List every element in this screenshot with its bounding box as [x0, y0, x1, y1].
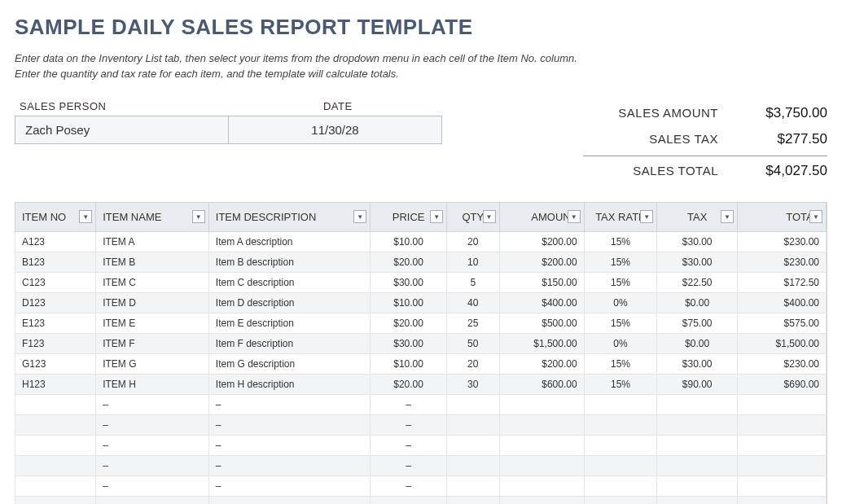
cell-amount[interactable]: $500.00 [499, 313, 584, 333]
cell-item-no[interactable] [15, 414, 96, 435]
cell-item-name[interactable]: ITEM B [96, 252, 209, 272]
cell-item-no[interactable] [15, 455, 96, 476]
cell-total[interactable]: $230.00 [738, 231, 827, 252]
cell-tax[interactable] [657, 394, 738, 414]
cell-item-no[interactable] [15, 394, 96, 414]
cell-item-name[interactable]: ITEM F [96, 333, 209, 353]
date-input[interactable]: 11/30/28 [228, 116, 441, 143]
cell-price[interactable]: – [371, 435, 447, 455]
cell-item-no[interactable]: D123 [15, 292, 96, 313]
cell-total[interactable]: $172.50 [738, 272, 827, 292]
cell-amount[interactable]: $200.00 [499, 231, 584, 252]
cell-qty[interactable]: 30 [447, 374, 499, 394]
cell-item-desc[interactable]: Item C description [208, 272, 370, 292]
sales-person-input[interactable]: Zach Posey [15, 116, 228, 143]
cell-item-desc[interactable]: – [208, 476, 370, 496]
cell-total[interactable]: $230.00 [738, 353, 827, 374]
cell-total[interactable] [738, 394, 827, 414]
cell-amount[interactable] [499, 476, 584, 496]
cell-total[interactable] [738, 496, 827, 504]
cell-item-name[interactable]: – [96, 455, 209, 476]
cell-item-name[interactable]: ITEM H [96, 374, 209, 394]
cell-tax-rate[interactable]: 0% [584, 292, 657, 313]
cell-item-no[interactable]: B123 [15, 252, 96, 272]
cell-tax[interactable]: $30.00 [657, 353, 738, 374]
cell-amount[interactable] [499, 455, 584, 476]
filter-button-amount[interactable]: ▼ [568, 210, 581, 223]
cell-total[interactable] [738, 476, 827, 496]
cell-price[interactable]: $20.00 [371, 313, 447, 333]
cell-qty[interactable]: 10 [447, 252, 499, 272]
cell-item-no[interactable]: C123 [15, 272, 96, 292]
cell-qty[interactable]: 20 [447, 353, 499, 374]
cell-total[interactable]: $690.00 [738, 374, 827, 394]
cell-price[interactable]: – [371, 394, 447, 414]
cell-qty[interactable]: 5 [447, 272, 499, 292]
cell-item-desc[interactable]: Item H description [208, 374, 370, 394]
cell-item-desc[interactable]: Item B description [208, 252, 370, 272]
cell-tax[interactable] [657, 414, 738, 435]
cell-item-no[interactable]: H123 [15, 374, 96, 394]
cell-item-name[interactable]: ITEM G [96, 353, 209, 374]
cell-amount[interactable] [499, 414, 584, 435]
cell-price[interactable]: – [371, 455, 447, 476]
cell-item-name[interactable]: ITEM D [96, 292, 209, 313]
filter-button-tax[interactable]: ▼ [721, 210, 734, 223]
cell-item-name[interactable]: – [96, 496, 209, 504]
cell-qty[interactable]: 25 [447, 313, 499, 333]
cell-item-name[interactable]: ITEM E [96, 313, 209, 333]
cell-qty[interactable]: 50 [447, 333, 499, 353]
cell-tax[interactable]: $30.00 [657, 252, 738, 272]
cell-amount[interactable]: $1,500.00 [499, 333, 584, 353]
cell-qty[interactable] [447, 455, 499, 476]
cell-item-name[interactable]: – [96, 394, 209, 414]
cell-tax-rate[interactable] [584, 455, 657, 476]
cell-item-no[interactable] [15, 435, 96, 455]
cell-item-desc[interactable]: Item D description [208, 292, 370, 313]
cell-tax-rate[interactable]: 15% [584, 353, 657, 374]
cell-item-desc[interactable]: – [208, 394, 370, 414]
cell-amount[interactable]: $400.00 [499, 292, 584, 313]
filter-button-item-name[interactable]: ▼ [192, 210, 205, 223]
cell-item-desc[interactable]: – [208, 414, 370, 435]
cell-amount[interactable]: $600.00 [499, 374, 584, 394]
cell-total[interactable] [738, 435, 827, 455]
cell-item-desc[interactable]: – [208, 455, 370, 476]
cell-item-no[interactable]: E123 [15, 313, 96, 333]
cell-tax-rate[interactable]: 15% [584, 231, 657, 252]
cell-item-name[interactable]: ITEM C [96, 272, 209, 292]
cell-tax-rate[interactable]: 15% [584, 374, 657, 394]
cell-item-desc[interactable]: Item A description [208, 231, 370, 252]
cell-qty[interactable]: 40 [447, 292, 499, 313]
cell-tax[interactable] [657, 455, 738, 476]
cell-tax[interactable] [657, 476, 738, 496]
filter-button-item-no[interactable]: ▼ [79, 210, 92, 223]
cell-item-desc[interactable]: – [208, 496, 370, 504]
cell-item-name[interactable]: – [96, 476, 209, 496]
cell-qty[interactable] [447, 496, 499, 504]
cell-qty[interactable]: 20 [447, 231, 499, 252]
cell-item-no[interactable] [15, 476, 96, 496]
cell-price[interactable]: $10.00 [371, 353, 447, 374]
cell-price[interactable]: $10.00 [371, 292, 447, 313]
cell-tax[interactable] [657, 435, 738, 455]
filter-button-item-desc[interactable]: ▼ [353, 210, 366, 223]
cell-qty[interactable] [447, 414, 499, 435]
cell-item-name[interactable]: – [96, 414, 209, 435]
cell-price[interactable]: $20.00 [371, 252, 447, 272]
cell-amount[interactable]: $200.00 [499, 252, 584, 272]
cell-tax-rate[interactable] [584, 435, 657, 455]
cell-tax-rate[interactable]: 15% [584, 252, 657, 272]
filter-button-qty[interactable]: ▼ [483, 210, 496, 223]
cell-amount[interactable] [499, 496, 584, 504]
cell-tax[interactable]: $22.50 [657, 272, 738, 292]
cell-item-name[interactable]: ITEM A [96, 231, 209, 252]
cell-tax-rate[interactable] [584, 476, 657, 496]
cell-tax[interactable]: $0.00 [657, 292, 738, 313]
cell-price[interactable]: $10.00 [371, 231, 447, 252]
filter-button-tax-rate[interactable]: ▼ [640, 210, 653, 223]
cell-amount[interactable] [499, 394, 584, 414]
cell-qty[interactable] [447, 435, 499, 455]
cell-item-desc[interactable]: – [208, 435, 370, 455]
cell-amount[interactable] [499, 435, 584, 455]
